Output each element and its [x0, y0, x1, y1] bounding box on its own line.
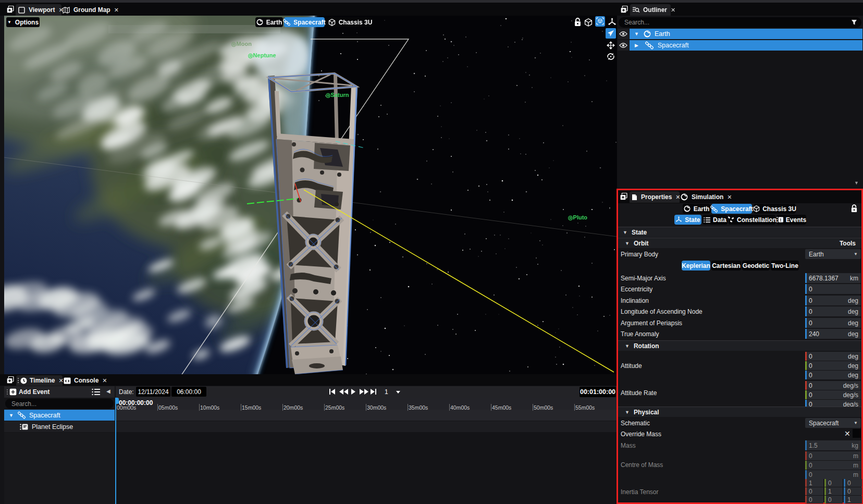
svg-text:◎Pluto: ◎Pluto — [568, 214, 587, 220]
svg-text:1: 1 — [385, 388, 388, 395]
svg-text:◎Moon: ◎Moon — [231, 41, 252, 47]
svg-text:◎Neptune: ◎Neptune — [248, 52, 276, 58]
svg-text:!: ! — [780, 217, 781, 223]
svg-text:◎Saturn: ◎Saturn — [326, 92, 349, 98]
